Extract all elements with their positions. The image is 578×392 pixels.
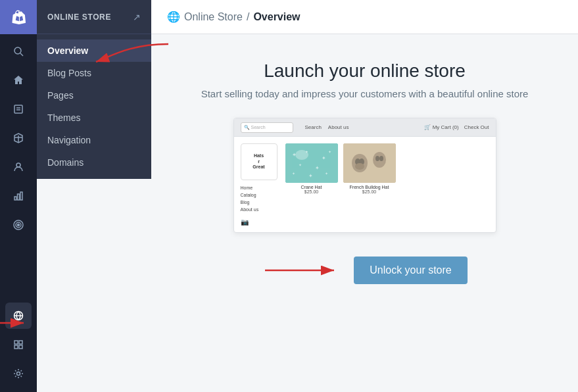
preview-product-name-2: French Bulldog Hat: [350, 185, 389, 189]
preview-nav-about: About us: [328, 124, 349, 130]
preview-top-bar: 🔍 Search Search About us 🛒 My Cart (0) C…: [234, 118, 496, 137]
svg-rect-9: [18, 194, 20, 200]
svg-rect-33: [343, 143, 396, 183]
icon-bar: [0, 0, 37, 392]
breadcrumb-separator: /: [247, 11, 249, 23]
svg-text:✦: ✦: [292, 152, 297, 158]
preview-menu-catalog: Catalog: [241, 193, 280, 197]
preview-nav-links: Search About us: [305, 124, 349, 130]
globe-icon: 🌐: [167, 11, 180, 23]
svg-point-37: [355, 163, 364, 170]
preview-logo: HatsrGreat: [241, 143, 277, 180]
preview-left-sidebar: HatsrGreat Home Catalog Blog About us 📷: [241, 143, 280, 226]
svg-text:✦: ✦: [292, 172, 295, 176]
svg-text:✦: ✦: [305, 150, 308, 154]
orders-icon-bar-item[interactable]: [5, 96, 32, 122]
sidebar-wrapper: Online Store ↗ Overview Blog Posts Pages…: [37, 0, 151, 392]
svg-rect-18: [19, 345, 22, 349]
analytics-icon-bar-item[interactable]: [5, 183, 32, 209]
svg-text:✦: ✦: [322, 155, 326, 161]
svg-text:✦: ✦: [299, 163, 302, 167]
preview-search-label: Search: [251, 125, 266, 130]
sidebar-item-themes[interactable]: Themes: [37, 107, 151, 129]
sidebar-title: Online Store: [47, 12, 133, 22]
settings-icon-bar-item[interactable]: [5, 360, 32, 387]
svg-text:✦: ✦: [325, 172, 328, 176]
main-body: Launch your online store Start selling t…: [151, 34, 578, 392]
preview-product-price-2: $25.00: [362, 189, 376, 194]
svg-point-38: [373, 152, 386, 168]
svg-line-1: [20, 53, 23, 56]
external-link-icon[interactable]: ↗: [133, 12, 141, 22]
sidebar-header: Online Store ↗: [37, 0, 151, 34]
preview-product-1: ✦ ✦ ✦ ✦ ✦ ✦ ✦ ✦ ✦: [285, 143, 338, 194]
arrow-unlock: [262, 260, 341, 280]
store-preview: 🔍 Search Search About us 🛒 My Cart (0) C…: [233, 118, 496, 233]
svg-point-19: [17, 372, 20, 376]
svg-rect-15: [14, 341, 18, 344]
svg-rect-17: [14, 345, 18, 349]
unlock-store-button[interactable]: Unlock your store: [354, 257, 468, 284]
preview-menu-about: About us: [241, 207, 280, 212]
apps-icon-bar-item[interactable]: [5, 331, 32, 358]
svg-text:✦: ✦: [308, 173, 313, 179]
preview-menu-home: Home: [241, 185, 280, 190]
home-icon-bar-item[interactable]: [5, 67, 32, 93]
svg-rect-10: [20, 192, 22, 200]
main-content: 🌐 Online Store / Overview Launch your on…: [151, 0, 578, 392]
preview-menu-blog: Blog: [241, 200, 280, 205]
preview-product-name-1: Crane Hat: [301, 185, 322, 189]
preview-body: HatsrGreat Home Catalog Blog About us 📷: [234, 137, 496, 232]
svg-text:✦: ✦: [328, 150, 331, 154]
preview-products: ✦ ✦ ✦ ✦ ✦ ✦ ✦ ✦ ✦: [285, 143, 489, 226]
svg-point-39: [375, 156, 379, 161]
svg-rect-16: [19, 341, 22, 344]
launch-subtitle: Start selling today and impress your cus…: [201, 88, 529, 99]
preview-menu: Home Catalog Blog About us 📷: [241, 185, 280, 226]
marketing-icon-bar-item[interactable]: [5, 212, 32, 238]
breadcrumb-parent: Online Store: [184, 11, 243, 23]
preview-search: 🔍 Search: [241, 122, 293, 133]
launch-title: Launch your online store: [264, 61, 466, 82]
shopify-logo[interactable]: [0, 0, 37, 34]
sidebar-nav: Overview Blog Posts Pages Themes Navigat…: [37, 34, 151, 179]
sidebar-item-pages[interactable]: Pages: [37, 84, 151, 107]
breadcrumb-current: Overview: [253, 11, 300, 23]
preview-product-price-1: $25.00: [304, 189, 318, 194]
svg-point-0: [14, 47, 21, 54]
sidebar-item-overview[interactable]: Overview: [37, 39, 151, 62]
svg-point-40: [379, 156, 383, 161]
main-header: 🌐 Online Store / Overview: [151, 0, 578, 34]
preview-nav-search: Search: [305, 124, 322, 130]
sidebar-item-domains[interactable]: Domains: [37, 151, 151, 174]
sidebar: Online Store ↗ Overview Blog Posts Pages…: [37, 0, 151, 179]
preview-product-img-1: ✦ ✦ ✦ ✦ ✦ ✦ ✦ ✦ ✦: [285, 143, 338, 183]
preview-product-row: ✦ ✦ ✦ ✦ ✦ ✦ ✦ ✦ ✦: [285, 143, 489, 194]
preview-product-img-2: [343, 143, 396, 183]
breadcrumb: 🌐 Online Store / Overview: [167, 11, 301, 23]
preview-logo-text: HatsrGreat: [253, 153, 264, 170]
sidebar-item-navigation[interactable]: Navigation: [37, 129, 151, 151]
bottom-area: Unlock your store: [167, 257, 562, 284]
online-store-icon-bar-item[interactable]: [5, 303, 32, 329]
preview-cart-area: 🛒 My Cart (0) Check Out: [424, 124, 489, 130]
svg-point-11: [18, 224, 20, 226]
svg-rect-8: [14, 197, 16, 200]
customers-icon-bar-item[interactable]: [5, 154, 32, 180]
search-icon-bar-item[interactable]: [5, 38, 32, 64]
products-icon-bar-item[interactable]: [5, 125, 32, 151]
preview-cart-label: 🛒 My Cart (0): [424, 124, 458, 130]
svg-point-7: [16, 163, 20, 167]
svg-rect-2: [14, 105, 22, 113]
sidebar-item-blog-posts[interactable]: Blog Posts: [37, 62, 151, 84]
preview-social-icon: 📷: [241, 218, 280, 226]
svg-text:✦: ✦: [315, 165, 320, 171]
preview-product-2: French Bulldog Hat $25.00: [343, 143, 396, 194]
preview-checkout-label: Check Out: [464, 124, 489, 130]
